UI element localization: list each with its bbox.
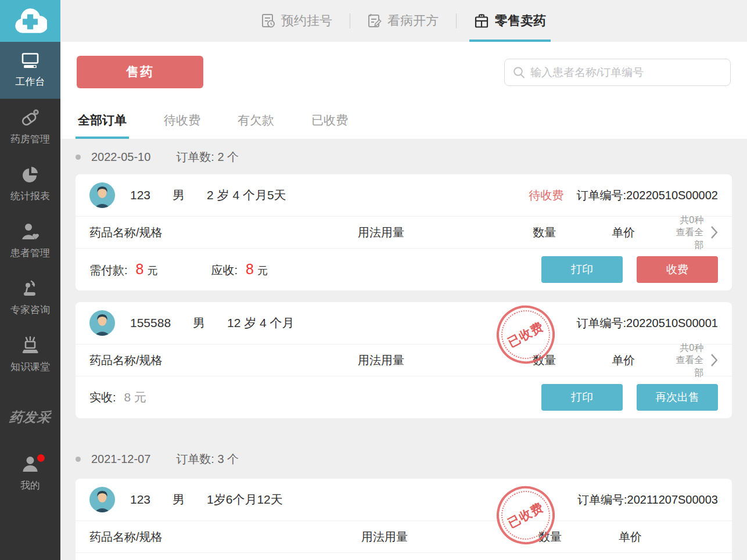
patient-name: 123: [130, 493, 150, 507]
print-button[interactable]: 打印: [541, 384, 623, 411]
main-panel: 售药 全部订单 待收费 有欠款 已收费 2022-05-10 订单数: 2 个: [60, 42, 747, 560]
search-input[interactable]: [504, 59, 731, 86]
order-card: 已收费 155588 男 12 岁 4 个月 订单编号:20220510S000…: [76, 302, 732, 418]
view-all-link[interactable]: 共0种 查看全部: [667, 342, 718, 379]
retail-sale-icon: [474, 13, 489, 28]
pay-received: 实收:8 元: [89, 389, 146, 405]
tab-label: 预约挂号: [281, 12, 332, 30]
avatar: [89, 487, 115, 512]
patient-icon: [20, 222, 40, 241]
group-order-count: 订单数: 2 个: [176, 149, 239, 165]
view-all-label: 查看全部: [676, 227, 703, 250]
sidebar-item-reports[interactable]: 统计报表: [0, 156, 60, 213]
sidebar-item-pharmacy[interactable]: 药房管理: [0, 99, 60, 156]
sidebar: 工作台 药房管理 统计报表 患者管理: [0, 0, 60, 560]
group-order-count: 订单数: 3 个: [176, 451, 239, 467]
pay-due: 需付款:8元: [89, 261, 157, 278]
pharmacy-icon: [20, 109, 40, 127]
col-price-header: 单价: [619, 529, 674, 545]
paid-stamp-text: 已收费: [505, 499, 546, 532]
tab-label: 零售卖药: [495, 12, 546, 30]
sell-medicine-button[interactable]: 售药: [77, 56, 203, 88]
tab-prescription[interactable]: 看病开方: [350, 0, 456, 42]
order-number: 订单编号:20220510S00002: [576, 188, 718, 203]
order-list: 2022-05-10 订单数: 2 个 123 男 2 岁 4 个月5天 待: [60, 139, 747, 560]
bullet-icon: [76, 155, 81, 160]
view-all-label: 查看全部: [676, 355, 703, 378]
date-group-header: 2021-12-07 订单数: 3 个: [76, 430, 732, 479]
pay-due-amount: 8: [136, 261, 144, 277]
sidebar-item-label: 专家咨询: [10, 303, 50, 317]
order-tab-paid[interactable]: 已收费: [311, 112, 348, 139]
patient-row: 155588 男 12 岁 4 个月 订单编号:20220510S00001: [76, 302, 732, 344]
table-header-row: 药品名称/规格 用法用量 数量 单价: [76, 520, 732, 553]
sidebar-item-label: 统计报表: [10, 189, 50, 203]
search-icon: [513, 66, 525, 78]
toolbar: 售药: [60, 42, 747, 105]
patient-age: 2 岁 4 个月5天: [207, 187, 286, 203]
avatar: [89, 310, 115, 336]
payment-row: 需付款:8元 应收:8元 打印 收费: [76, 249, 732, 290]
top-nav: 预约挂号 看病开方 零售卖药: [60, 0, 747, 42]
prescription-icon: [368, 13, 382, 28]
col-price-header: 单价: [612, 353, 667, 368]
sidebar-item-label: 患者管理: [10, 246, 50, 260]
sidebar-item-label: 药房管理: [10, 132, 50, 146]
patient-row: 123 男 2 岁 4 个月5天 待收费 订单编号:20220510S00002: [76, 174, 732, 216]
patient-gender: 男: [173, 491, 185, 508]
group-date: 2022-05-10: [91, 150, 150, 164]
order-tab-debt[interactable]: 有欠款: [238, 112, 274, 139]
order-card: 123 男 2 岁 4 个月5天 待收费 订单编号:20220510S00002…: [76, 174, 732, 290]
col-drug-header: 药品名称/规格: [89, 529, 361, 545]
charge-button[interactable]: 收费: [637, 256, 718, 283]
col-usage-header: 用法用量: [358, 225, 533, 240]
sidebar-item-profile[interactable]: 我的: [0, 445, 60, 502]
table-header-row: 药品名称/规格 用法用量 数量 单价 共0种 查看全部: [76, 344, 732, 376]
print-button[interactable]: 打印: [541, 256, 623, 283]
patient-name: 123: [130, 188, 150, 202]
status-badge: 待收费: [529, 188, 563, 203]
tab-retail-sale[interactable]: 零售卖药: [457, 0, 563, 42]
sidebar-item-label: 工作台: [16, 75, 45, 88]
report-icon: [21, 166, 39, 184]
col-price-header: 单价: [612, 225, 667, 240]
resell-button[interactable]: 再次出售: [637, 384, 718, 411]
expert-icon: [20, 279, 40, 298]
sidebar-item-label: 我的: [20, 479, 40, 492]
drug-row: 阿奇霉素肠溶胶囊/0.25g 口服/一日3次/每次4粒 1盒 58 共4种 查看…: [76, 553, 732, 560]
sidebar-item-label: 知识课堂: [10, 360, 50, 374]
sidebar-item-expert[interactable]: 专家咨询: [0, 270, 60, 326]
app-logo[interactable]: [0, 0, 60, 42]
chevron-right-icon: [710, 225, 718, 239]
notification-dot: [37, 454, 45, 462]
sidebar-item-patients[interactable]: 患者管理: [0, 213, 60, 270]
col-qty-header: 数量: [538, 529, 619, 545]
sidebar-item-workbench[interactable]: 工作台: [0, 42, 60, 99]
chevron-right-icon: [710, 353, 718, 367]
tab-label: 看病开方: [387, 12, 439, 30]
group-date: 2021-12-07: [91, 453, 150, 466]
order-tab-all[interactable]: 全部订单: [78, 112, 127, 139]
patient-row: 123 男 1岁6个月12天 订单编号:20211207S00003: [76, 479, 732, 520]
patient-name: 155588: [130, 316, 171, 330]
patient-gender: 男: [173, 187, 185, 203]
paid-stamp-text: 已收费: [505, 318, 546, 351]
patient-gender: 男: [193, 315, 205, 331]
tab-appointment[interactable]: 预约挂号: [244, 0, 350, 42]
table-header-row: 药品名称/规格 用法用量 数量 单价 共0种 查看全部: [76, 216, 732, 249]
workbench-icon: [20, 52, 40, 70]
order-tab-unpaid[interactable]: 待收费: [164, 112, 200, 139]
brand-logo-yaofacai[interactable]: 药发采: [0, 400, 62, 435]
search-box: [504, 59, 731, 86]
pay-receivable-amount: 8: [246, 261, 254, 277]
patient-age: 12 岁 4 个月: [227, 315, 295, 331]
col-drug-header: 药品名称/规格: [89, 353, 358, 368]
sidebar-item-knowledge[interactable]: 知识课堂: [0, 326, 60, 383]
view-all-link[interactable]: 共0种 查看全部: [667, 214, 718, 252]
cloud-cross-logo-icon: [13, 8, 47, 34]
order-number: 订单编号:20211207S00003: [577, 492, 718, 508]
total-kinds: 共0种: [680, 215, 703, 225]
pay-receivable: 应收:8元: [211, 261, 267, 278]
order-number: 订单编号:20220510S00001: [576, 315, 718, 331]
order-filter-tabs: 全部订单 待收费 有欠款 已收费: [60, 105, 747, 139]
